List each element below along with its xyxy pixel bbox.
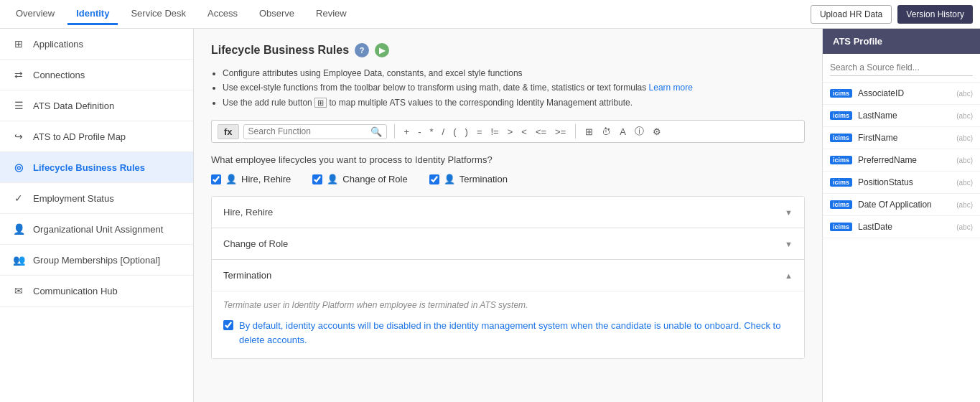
accordion-hire: Hire, Rehire ▼ bbox=[212, 197, 804, 228]
hire-chevron-icon: ▼ bbox=[785, 208, 793, 217]
delete-accounts-label: By default, identity accounts will be di… bbox=[239, 319, 793, 347]
toolbar-gte[interactable]: >= bbox=[553, 125, 568, 139]
termination-label: Termination bbox=[459, 174, 508, 184]
hire-label: Hire, Rehire bbox=[241, 174, 291, 184]
desc-line-1: Configure attributes using Employee Data… bbox=[223, 66, 805, 80]
accordion-change-role-header[interactable]: Change of Role ▼ bbox=[212, 228, 804, 259]
toolbar-less[interactable]: < bbox=[519, 125, 529, 139]
sidebar-item-group-memberships[interactable]: 👥 Group Memberships [Optional] bbox=[0, 245, 193, 276]
field-name: FirstName bbox=[858, 133, 951, 143]
sidebar-item-applications[interactable]: ⊞ Applications bbox=[0, 29, 193, 60]
toolbar-time-icon[interactable]: ⏱ bbox=[599, 125, 613, 139]
toolbar-minus[interactable]: - bbox=[416, 125, 423, 139]
page-title-text: Lifecycle Business Rules bbox=[211, 44, 349, 57]
toolbar-not-equals[interactable]: != bbox=[488, 125, 500, 139]
question-label: What employee lifecycles you want to pro… bbox=[211, 154, 805, 165]
field-type: (abc) bbox=[956, 156, 973, 164]
hire-checkbox[interactable] bbox=[211, 174, 221, 184]
sidebar-label-applications: Applications bbox=[33, 39, 83, 50]
nav-access[interactable]: Access bbox=[199, 4, 246, 25]
sidebar-item-lifecycle[interactable]: ◎ Lifecycle Business Rules bbox=[0, 152, 193, 183]
sidebar-item-org-unit[interactable]: 👤 Organizational Unit Assignment bbox=[0, 214, 193, 245]
lifecycle-hire-option[interactable]: 👤 Hire, Rehire bbox=[211, 174, 291, 184]
learn-more-link[interactable]: Learn more bbox=[649, 83, 693, 93]
profile-field-item[interactable]: icims FirstName (abc) bbox=[823, 127, 980, 149]
help-icon[interactable]: ? bbox=[355, 43, 369, 57]
source-field-search-container bbox=[823, 54, 980, 83]
sidebar-label-employment: Employment Status bbox=[33, 193, 114, 204]
sidebar-item-employment-status[interactable]: ✓ Employment Status bbox=[0, 183, 193, 214]
source-field-search-input[interactable] bbox=[830, 60, 973, 76]
change-icon: 👤 bbox=[327, 174, 338, 184]
field-type: (abc) bbox=[956, 134, 973, 142]
sidebar-item-connections[interactable]: ⇄ Connections bbox=[0, 60, 193, 90]
toolbar-open-paren[interactable]: ( bbox=[451, 125, 458, 139]
nav-identity[interactable]: Identity bbox=[67, 4, 118, 25]
description-list: Configure attributes using Employee Data… bbox=[211, 66, 805, 110]
profile-field-item[interactable]: icims Date Of Application (abc) bbox=[823, 194, 980, 216]
toolbar-divide[interactable]: / bbox=[440, 125, 447, 139]
sidebar: ⊞ Applications ⇄ Connections ☰ ATS Data … bbox=[0, 29, 194, 402]
accordion-termination-header[interactable]: Termination ▲ bbox=[212, 260, 804, 291]
desc-line-3: Use the add rule button ⊞ to map multipl… bbox=[223, 95, 805, 110]
field-name: Date Of Application bbox=[858, 200, 951, 210]
sidebar-label-lifecycle: Lifecycle Business Rules bbox=[33, 162, 145, 173]
icims-badge: icims bbox=[830, 178, 852, 187]
lifecycle-termination-option[interactable]: 👤 Termination bbox=[429, 174, 508, 184]
lifecycle-change-option[interactable]: 👤 Change of Role bbox=[312, 174, 407, 184]
nav-review[interactable]: Review bbox=[307, 4, 355, 25]
change-role-checkbox[interactable] bbox=[312, 174, 322, 184]
sidebar-label-ats-ad: ATS to AD Profile Map bbox=[33, 131, 126, 142]
sidebar-item-ats-data-definition[interactable]: ☰ ATS Data Definition bbox=[0, 90, 193, 121]
lifecycle-icon: ◎ bbox=[11, 162, 26, 173]
sidebar-item-communication-hub[interactable]: ✉ Communication Hub bbox=[0, 276, 193, 307]
delete-accounts-checkbox[interactable] bbox=[223, 320, 233, 330]
toolbar-greater[interactable]: > bbox=[505, 125, 515, 139]
accordion-termination-title: Termination bbox=[223, 270, 271, 281]
page-title-row: Lifecycle Business Rules ? ▶ bbox=[211, 43, 805, 57]
toolbar-close-paren[interactable]: ) bbox=[463, 125, 470, 139]
toolbar-grid-icon[interactable]: ⊞ bbox=[583, 125, 595, 139]
termination-subtitle: Terminate user in Identity Platform when… bbox=[223, 300, 793, 310]
toolbar-settings-icon[interactable]: ⚙ bbox=[650, 125, 663, 139]
field-name: LastDate bbox=[858, 222, 951, 232]
field-type: (abc) bbox=[956, 112, 973, 120]
search-function-input[interactable] bbox=[248, 126, 368, 136]
nav-links: Overview Identity Service Desk Access Ob… bbox=[7, 4, 811, 25]
nav-service-desk[interactable]: Service Desk bbox=[122, 4, 195, 25]
toolbar-plus[interactable]: + bbox=[402, 125, 412, 139]
field-type: (abc) bbox=[956, 90, 973, 98]
profile-field-item[interactable]: icims LastDate (abc) bbox=[823, 216, 980, 238]
toolbar-text-icon[interactable]: A bbox=[617, 125, 628, 139]
sidebar-label-comm: Communication Hub bbox=[33, 286, 118, 296]
change-label: Change of Role bbox=[342, 174, 407, 184]
toolbar-info-icon[interactable]: ⓘ bbox=[633, 123, 646, 139]
icims-badge: icims bbox=[830, 200, 852, 209]
applications-icon: ⊞ bbox=[11, 38, 26, 50]
ats-profile-title: ATS Profile bbox=[823, 29, 980, 54]
toolbar-multiply[interactable]: * bbox=[428, 125, 436, 139]
search-function-container: 🔍 bbox=[243, 124, 387, 139]
profile-field-item[interactable]: icims AssociateID (abc) bbox=[823, 83, 980, 105]
nav-observe[interactable]: Observe bbox=[251, 4, 303, 25]
version-history-button[interactable]: Version History bbox=[897, 5, 973, 24]
field-name: PreferredName bbox=[858, 155, 951, 165]
profile-field-item[interactable]: icims PreferredName (abc) bbox=[823, 149, 980, 172]
icims-badge: icims bbox=[830, 89, 852, 98]
sidebar-label-org-unit: Organizational Unit Assignment bbox=[33, 224, 163, 235]
toolbar-equals[interactable]: = bbox=[475, 125, 485, 139]
field-type: (abc) bbox=[956, 223, 973, 231]
icims-badge: icims bbox=[830, 111, 852, 120]
comm-icon: ✉ bbox=[11, 285, 26, 296]
toolbar-lte[interactable]: <= bbox=[533, 125, 549, 139]
nav-overview[interactable]: Overview bbox=[7, 4, 63, 25]
play-icon[interactable]: ▶ bbox=[375, 43, 389, 57]
termination-checkbox[interactable] bbox=[429, 174, 439, 184]
sidebar-item-ats-ad-profile[interactable]: ↪ ATS to AD Profile Map bbox=[0, 121, 193, 152]
profile-field-item[interactable]: icims LastName (abc) bbox=[823, 105, 980, 127]
search-icon: 🔍 bbox=[370, 126, 382, 137]
profile-field-item[interactable]: icims PositionStatus (abc) bbox=[823, 172, 980, 194]
termination-delete-option[interactable]: By default, identity accounts will be di… bbox=[223, 319, 793, 347]
accordion-hire-header[interactable]: Hire, Rehire ▼ bbox=[212, 197, 804, 228]
upload-hr-data-button[interactable]: Upload HR Data bbox=[811, 5, 892, 24]
